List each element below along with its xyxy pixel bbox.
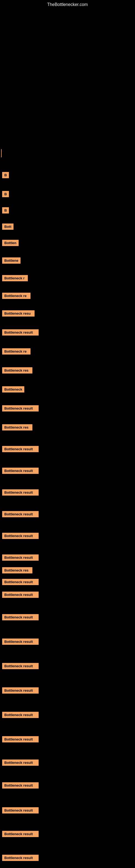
result-row-15: Bottleneck (1, 385, 24, 394)
result-label: B (2, 172, 9, 178)
result-row-19: Bottleneck result (1, 467, 39, 475)
result-label: Bottleneck result (2, 446, 39, 452)
result-label: Bottleneck result (2, 533, 39, 539)
site-title-row: TheBottlenecker.com (0, 2, 135, 7)
result-row-10: Bottleneck re (1, 291, 31, 300)
result-label: Bottleneck result (2, 468, 39, 474)
result-row-13: Bottleneck re (1, 347, 31, 355)
result-label: Bottlen (2, 240, 18, 246)
result-label: Bottleneck result (2, 782, 39, 788)
result-label: Bottleneck res (2, 567, 32, 574)
result-label: Bottleneck result (2, 592, 39, 598)
result-label: Bott (2, 223, 13, 230)
result-label: B (2, 207, 9, 214)
result-row-5: B (1, 206, 9, 215)
result-label: Bottleneck result (2, 639, 39, 645)
result-row-21: Bottleneck result (1, 510, 39, 518)
result-label: Bottleneck result (2, 712, 39, 718)
result-row-23: Bottleneck result (1, 553, 39, 562)
result-row-7: Bottlen (1, 239, 18, 247)
result-label: Bottleneck result (2, 855, 39, 861)
result-row-17: Bottleneck res (1, 423, 32, 432)
result-label: Bottleneck r (2, 275, 28, 281)
result-row-27: Bottleneck result (1, 613, 39, 621)
result-label: Bottleneck result (2, 663, 39, 669)
result-row-6: Bott (1, 222, 13, 231)
result-row-20: Bottleneck result (1, 488, 39, 497)
result-row-9: Bottleneck r (1, 274, 28, 282)
result-label: Bottleneck re (2, 293, 31, 299)
result-label: Bottleneck result (2, 554, 39, 561)
result-row-3: B (1, 171, 9, 179)
result-row-4: B (1, 190, 9, 198)
result-row-31: Bottleneck result (1, 711, 39, 719)
result-row-36: Bottleneck result (1, 830, 39, 838)
result-row-29: Bottleneck result (1, 662, 39, 670)
result-row-16: Bottleneck result (1, 404, 39, 412)
result-row-14: Bottleneck res (1, 366, 32, 375)
result-label: Bottleneck (2, 386, 24, 393)
result-row-26: Bottleneck result (1, 590, 39, 599)
result-label: Bottleneck result (2, 579, 39, 585)
result-label: Bottleneck result (2, 687, 39, 693)
result-label: Bottleneck result (2, 736, 39, 742)
result-row-37: Bottleneck result (1, 854, 39, 862)
result-row-28: Bottleneck result (1, 638, 39, 646)
result-row-22: Bottleneck result (1, 532, 39, 540)
result-row-12: Bottleneck result (1, 328, 39, 337)
result-row-8: Bottlene (1, 256, 20, 265)
result-row-24: Bottleneck res (1, 566, 32, 575)
result-label: Bottleneck result (2, 405, 39, 411)
result-row-11: Bottleneck resu (1, 309, 35, 318)
result-label: Bottleneck res (2, 367, 32, 373)
site-title: TheBottlenecker.com (47, 0, 88, 8)
result-label: Bottleneck resu (2, 310, 35, 316)
result-label: Bottleneck result (2, 831, 39, 837)
result-row-25: Bottleneck result (1, 578, 39, 586)
bar-indicator (1, 149, 2, 157)
result-label: Bottleneck re (2, 348, 31, 354)
result-label: Bottleneck result (2, 511, 39, 517)
result-row-30: Bottleneck result (1, 686, 39, 695)
result-row-18: Bottleneck result (1, 445, 39, 453)
result-label: Bottleneck res (2, 424, 32, 431)
result-label: Bottleneck result (2, 760, 39, 766)
result-label: Bottlene (2, 257, 20, 264)
result-row-35: Bottleneck result (1, 806, 39, 814)
result-label: Bottleneck result (2, 614, 39, 620)
result-row-33: Bottleneck result (1, 758, 39, 767)
result-row-32: Bottleneck result (1, 735, 39, 744)
result-label: Bottleneck result (2, 807, 39, 813)
result-row-2 (1, 149, 2, 157)
result-row-34: Bottleneck result (1, 781, 39, 789)
result-label: Bottleneck result (2, 329, 39, 336)
result-label: Bottleneck result (2, 489, 39, 496)
result-label: B (2, 191, 9, 197)
